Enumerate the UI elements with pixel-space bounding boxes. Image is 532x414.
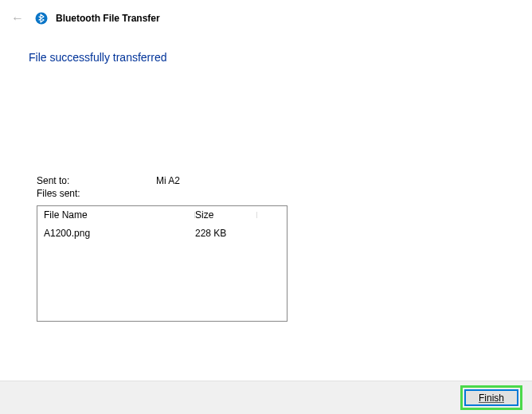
footer-bar: Finish — [0, 381, 532, 414]
window-title: Bluetooth File Transfer — [56, 13, 160, 24]
sent-to-value: Mi A2 — [156, 175, 503, 186]
column-header-name[interactable]: File Name — [37, 209, 195, 221]
file-name-cell: A1200.png — [37, 228, 195, 239]
content-area: File successfully transferred Sent to: M… — [0, 51, 532, 322]
finish-highlight: Finish — [460, 385, 522, 410]
table-row[interactable]: A1200.png 228 KB — [37, 225, 287, 241]
file-size-cell: 228 KB — [195, 228, 257, 239]
column-header-size[interactable]: Size — [195, 209, 257, 221]
table-header: File Name Size — [37, 206, 287, 224]
title-bar: ← Bluetooth File Transfer — [0, 0, 532, 37]
sent-to-label: Sent to: — [37, 175, 156, 186]
table-body: A1200.png 228 KB — [37, 224, 287, 243]
file-table: File Name Size A1200.png 228 KB — [37, 205, 288, 322]
finish-button[interactable]: Finish — [464, 389, 518, 406]
files-sent-label: Files sent: — [37, 188, 156, 199]
status-heading: File successfully transferred — [29, 51, 503, 64]
transfer-info: Sent to: Mi A2 Files sent: — [37, 175, 503, 199]
bluetooth-icon — [35, 12, 48, 25]
back-arrow-icon[interactable]: ← — [8, 10, 27, 27]
files-sent-row: Files sent: — [37, 188, 503, 199]
sent-to-row: Sent to: Mi A2 — [37, 175, 503, 186]
